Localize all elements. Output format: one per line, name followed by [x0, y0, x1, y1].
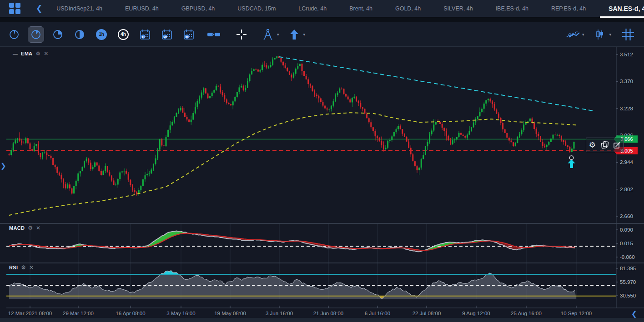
svg-text:2.660: 2.660 — [620, 213, 633, 219]
chart-tab-lcrude[interactable]: LCrude, 4h — [287, 0, 338, 17]
svg-text:6 Jul 16:00: 6 Jul 16:00 — [365, 311, 390, 316]
svg-text:10 Sep 12:00: 10 Sep 12:00 — [561, 311, 592, 316]
ema-remove-icon[interactable]: ✕ — [44, 51, 48, 56]
svg-text:81.395: 81.395 — [620, 266, 636, 271]
object-clone-icon[interactable] — [601, 141, 609, 149]
timeframe-30m-clock-icon[interactable] — [72, 27, 87, 42]
price-chart[interactable]: 3.5123.3703.2283.0862.9442.8022.6600.090… — [0, 47, 644, 322]
chart-tab-gold[interactable]: GOLD, 4h — [384, 0, 432, 17]
order-direction-arrow-icon[interactable] — [287, 27, 302, 42]
timeframe-weekly-calendar-icon[interactable]: W — [159, 27, 175, 42]
left-panel-expander-icon[interactable]: ❯ — [0, 162, 6, 170]
svg-text:22 Jul 08:00: 22 Jul 08:00 — [413, 311, 441, 316]
svg-text:3 May 16:00: 3 May 16:00 — [166, 311, 195, 316]
tabs-scroll-left-icon[interactable]: ❮ — [33, 4, 45, 13]
timeframe-5m-clock-icon[interactable] — [28, 27, 44, 42]
drawing-tools-caret-icon[interactable]: ▾ — [277, 32, 279, 37]
svg-text:0.090: 0.090 — [620, 227, 633, 233]
rsi-remove-icon[interactable]: ✕ — [29, 265, 34, 270]
chart-tab-gbpusd[interactable]: GBPUSD, 4h — [170, 0, 226, 17]
bottom-edge-strip — [0, 318, 644, 322]
chart-tab-usdcad[interactable]: USDCAD, 15m — [226, 0, 287, 17]
svg-text:12 Mar 2021 08:00: 12 Mar 2021 08:00 — [8, 311, 52, 316]
svg-text:0.015: 0.015 — [620, 241, 633, 246]
macd-indicator-label: MACD ⚙ ✕ — [9, 225, 40, 231]
indicators-icon[interactable] — [565, 27, 581, 42]
svg-text:W: W — [163, 35, 167, 39]
chart-tab-rep.es-d[interactable]: REP.ES-d, 4h — [540, 0, 597, 17]
drawing-tools-compass-icon[interactable] — [260, 27, 276, 42]
timeframe-1m-clock-icon[interactable] — [6, 27, 22, 42]
chart-tab-usdindsep21[interactable]: USDIndSep21, 4h — [45, 0, 114, 17]
ema-indicator-label: — EMA ⚙ ✕ — [13, 51, 48, 56]
timeframe-1h-icon[interactable]: 1h — [94, 27, 109, 42]
chart-tabs-bar: ❮ USDIndSep21, 4hEURUSD, 4hGBPUSD, 4hUSD… — [0, 0, 644, 18]
object-edit-pencil-icon[interactable] — [614, 141, 621, 149]
svg-text:3 Jun 16:00: 3 Jun 16:00 — [266, 311, 293, 316]
svg-text:19 May 08:00: 19 May 08:00 — [214, 311, 246, 316]
svg-text:D: D — [142, 35, 145, 39]
grid-layout-icon[interactable] — [620, 27, 636, 42]
chart-tab-eurusd[interactable]: EURUSD, 4h — [114, 0, 170, 17]
svg-text:2.944: 2.944 — [620, 159, 633, 165]
svg-text:3.370: 3.370 — [620, 79, 633, 84]
svg-text:M: M — [186, 35, 189, 39]
svg-text:30.550: 30.550 — [620, 293, 636, 298]
bottom-panel-expander-icon[interactable]: ❮ — [631, 310, 637, 318]
chart-tab-san.es-d[interactable]: SAN.ES-d, 4h — [597, 0, 644, 17]
ema-color-swatch: — — [13, 51, 18, 56]
macd-settings-gear-icon[interactable]: ⚙ — [28, 225, 33, 231]
chart-tab-ibe.es-d[interactable]: IBE.ES-d, 4h — [484, 0, 540, 17]
person-marker-icon[interactable] — [567, 155, 576, 171]
macd-remove-icon[interactable]: ✕ — [36, 225, 40, 231]
svg-text:-0.060: -0.060 — [620, 254, 635, 260]
svg-text:55.970: 55.970 — [620, 279, 636, 285]
svg-text:3.512: 3.512 — [620, 52, 633, 57]
chart-region: 3.5123.3703.2283.0862.9442.8022.6600.090… — [0, 47, 644, 322]
chart-tab-brent[interactable]: Brent, 4h — [338, 0, 384, 17]
chart-type-caret-icon[interactable]: ▾ — [609, 32, 611, 37]
drawing-object-toolbar: ⚙ — [586, 138, 624, 152]
chart-type-candles-icon[interactable] — [592, 27, 608, 42]
svg-text:3.228: 3.228 — [620, 106, 633, 111]
svg-text:9 Aug 12:00: 9 Aug 12:00 — [462, 311, 490, 316]
svg-text:2.802: 2.802 — [620, 187, 633, 192]
timeframe-15m-clock-icon[interactable] — [50, 27, 65, 42]
order-direction-caret-icon[interactable]: ▾ — [303, 32, 306, 37]
chart-tab-list: USDIndSep21, 4hEURUSD, 4hGBPUSD, 4hUSDCA… — [45, 0, 644, 17]
ema-settings-gear-icon[interactable]: ⚙ — [35, 51, 40, 56]
svg-text:29 Mar 12:00: 29 Mar 12:00 — [63, 311, 94, 316]
crosshair-icon[interactable] — [234, 27, 249, 42]
link-charts-icon[interactable] — [206, 27, 222, 42]
apps-grid-icon[interactable] — [9, 3, 20, 15]
trading-app-window: ❮ USDIndSep21, 4hEURUSD, 4hGBPUSD, 4hUSD… — [0, 0, 644, 322]
indicators-caret-icon[interactable]: ▾ — [582, 32, 584, 37]
rsi-indicator-label: RSI ⚙ ✕ — [9, 265, 34, 270]
timeframe-monthly-calendar-icon[interactable]: M — [181, 27, 196, 42]
svg-text:21 Jun 08:00: 21 Jun 08:00 — [313, 311, 344, 316]
object-settings-gear-icon[interactable]: ⚙ — [589, 140, 596, 150]
svg-text:25 Aug 16:00: 25 Aug 16:00 — [511, 311, 542, 316]
chart-toolbar: 1h 4h D W M ▾ ▾ ▾ — [0, 22, 644, 47]
svg-text:16 Apr 08:00: 16 Apr 08:00 — [116, 311, 145, 316]
timeframe-4h-icon[interactable]: 4h — [116, 27, 131, 42]
timeframe-daily-calendar-icon[interactable]: D — [137, 27, 153, 42]
rsi-settings-gear-icon[interactable]: ⚙ — [21, 265, 26, 270]
chart-tab-silver[interactable]: SILVER, 4h — [432, 0, 484, 17]
